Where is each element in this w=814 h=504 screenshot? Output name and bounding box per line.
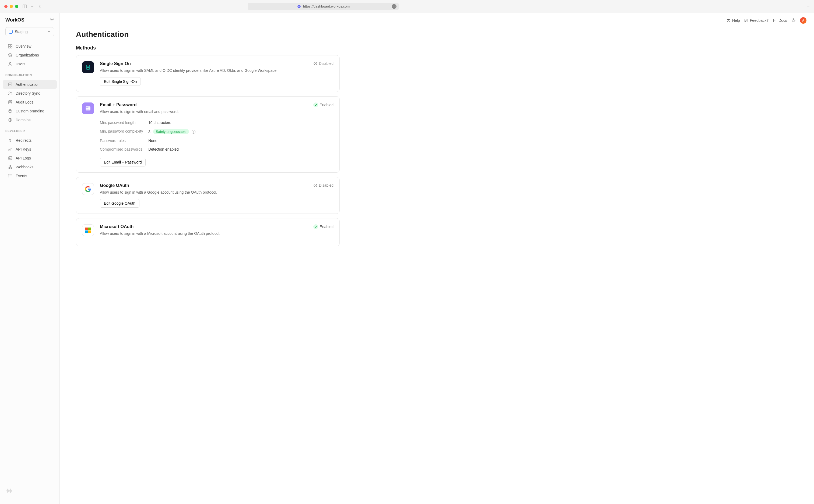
setting-key: Min. password length xyxy=(100,120,148,125)
google-icon xyxy=(82,183,94,195)
theme-toggle-icon[interactable] xyxy=(791,18,796,23)
svg-point-12 xyxy=(9,62,11,64)
environment-selector[interactable]: Staging xyxy=(5,27,54,36)
list-icon xyxy=(8,174,12,178)
url-bar[interactable]: https://dashboard.workos.com xyxy=(248,3,399,10)
back-icon[interactable] xyxy=(38,4,42,9)
workos-logo-icon xyxy=(5,487,13,495)
svg-marker-11 xyxy=(8,53,12,55)
edit-email-password-button[interactable]: Edit Email + Password xyxy=(100,158,146,166)
shield-icon xyxy=(8,82,12,87)
svg-rect-10 xyxy=(10,47,12,48)
svg-point-18 xyxy=(9,109,12,113)
svg-point-14 xyxy=(10,84,11,85)
sidebar-heading-configuration: CONFIGURATION xyxy=(0,70,59,79)
sidebar-item-label: Webhooks xyxy=(16,165,33,169)
svg-line-50 xyxy=(314,184,316,186)
sidebar-item-domains[interactable]: Domains xyxy=(3,116,57,124)
status-badge: Disabled xyxy=(313,183,334,187)
sidebar-item-api-keys[interactable]: API Keys xyxy=(3,145,57,154)
users-icon xyxy=(8,91,12,95)
check-icon xyxy=(313,224,318,229)
svg-rect-0 xyxy=(23,5,27,8)
svg-point-27 xyxy=(10,165,11,166)
method-card-email-password: Email + Password Allow users to sign in … xyxy=(76,96,340,173)
setting-value: Detection enabled xyxy=(148,147,179,151)
sidebar-item-events[interactable]: Events xyxy=(3,172,57,180)
site-icon xyxy=(297,5,301,8)
sidebar: WorkOS Staging Overview Organizations xyxy=(0,13,60,504)
svg-rect-8 xyxy=(10,44,12,46)
method-card-google-oauth: Google OAuth Allow users to sign in with… xyxy=(76,177,340,214)
sidebar-item-label: Overview xyxy=(16,44,31,48)
sidebar-item-overview[interactable]: Overview xyxy=(3,42,57,51)
main-content: Help Feedback? Docs A Authentication Met… xyxy=(60,13,814,504)
sso-icon xyxy=(82,61,94,73)
method-card-sso: Single Sign-On Allow users to sign in wi… xyxy=(76,55,340,92)
disabled-icon xyxy=(313,62,317,66)
sidebar-item-label: Users xyxy=(16,62,26,66)
svg-rect-36 xyxy=(774,19,776,22)
svg-point-2 xyxy=(298,5,301,8)
svg-rect-45 xyxy=(86,107,88,108)
sidebar-item-label: API Keys xyxy=(16,147,31,151)
sidebar-item-audit-logs[interactable]: Audit Logs xyxy=(3,98,57,107)
sidebar-item-label: Custom branding xyxy=(16,109,44,113)
setting-key: Compromised passwords xyxy=(100,147,148,151)
svg-point-41 xyxy=(87,66,89,68)
docs-link[interactable]: Docs xyxy=(773,18,787,23)
layers-icon xyxy=(8,53,12,57)
chevron-down-icon xyxy=(47,30,51,34)
method-card-microsoft-oauth: Microsoft OAuth Allow users to sign in w… xyxy=(76,218,340,246)
status-text: Disabled xyxy=(319,61,334,66)
sidebar-toggle-icon[interactable] xyxy=(23,4,27,9)
svg-point-16 xyxy=(10,92,12,93)
window-close[interactable] xyxy=(4,5,8,8)
microsoft-icon xyxy=(82,224,94,236)
window-minimize[interactable] xyxy=(10,5,13,8)
method-title: Microsoft OAuth xyxy=(100,224,334,229)
info-icon[interactable]: i xyxy=(191,130,195,134)
sidebar-item-users[interactable]: Users xyxy=(3,60,57,68)
complexity-tag: Safely unguessable xyxy=(153,129,189,134)
sidebar-item-label: Audit Logs xyxy=(16,100,33,104)
browser-chrome: https://dashboard.workos.com + xyxy=(0,0,814,13)
palette-icon xyxy=(8,109,12,113)
edit-google-oauth-button[interactable]: Edit Google OAuth xyxy=(100,199,139,208)
sidebar-item-organizations[interactable]: Organizations xyxy=(3,51,57,59)
sidebar-item-custom-branding[interactable]: Custom branding xyxy=(3,107,57,115)
method-description: Allow users to sign in with email and pa… xyxy=(100,109,334,115)
user-icon xyxy=(8,62,12,66)
avatar[interactable]: A xyxy=(800,17,806,24)
svg-rect-13 xyxy=(9,83,12,86)
sidebar-item-webhooks[interactable]: Webhooks xyxy=(3,163,57,171)
env-label: Staging xyxy=(15,30,27,34)
globe-icon xyxy=(8,118,12,122)
method-description: Allow users to sign in with a Google acc… xyxy=(100,190,334,195)
new-tab-icon[interactable]: + xyxy=(806,3,810,9)
chevron-down-icon[interactable] xyxy=(30,4,34,9)
sidebar-item-label: Events xyxy=(16,174,27,178)
svg-point-17 xyxy=(9,100,12,101)
env-icon xyxy=(9,30,13,34)
gear-icon[interactable] xyxy=(50,17,54,23)
sidebar-item-api-logs[interactable]: API Logs xyxy=(3,154,57,162)
sidebar-item-label: Organizations xyxy=(16,53,39,57)
svg-rect-23 xyxy=(9,157,12,160)
sidebar-item-label: API Logs xyxy=(16,156,31,160)
sidebar-item-authentication[interactable]: Authentication xyxy=(3,80,57,89)
sidebar-heading-developer: DEVELOPER xyxy=(0,126,59,135)
app-logo: WorkOS xyxy=(5,17,24,23)
status-text: Enabled xyxy=(320,103,334,107)
url-more-icon[interactable] xyxy=(392,4,397,9)
help-label: Help xyxy=(732,18,740,23)
svg-point-4 xyxy=(394,6,395,7)
sidebar-item-redirects[interactable]: Redirects xyxy=(3,136,57,145)
edit-sso-button[interactable]: Edit Single Sign-On xyxy=(100,77,141,86)
method-title: Google OAuth xyxy=(100,183,334,188)
feedback-link[interactable]: Feedback? xyxy=(744,18,769,23)
sidebar-item-directory-sync[interactable]: Directory Sync xyxy=(3,89,57,98)
key-icon xyxy=(8,147,12,151)
window-maximize[interactable] xyxy=(15,5,18,8)
help-link[interactable]: Help xyxy=(727,18,740,23)
